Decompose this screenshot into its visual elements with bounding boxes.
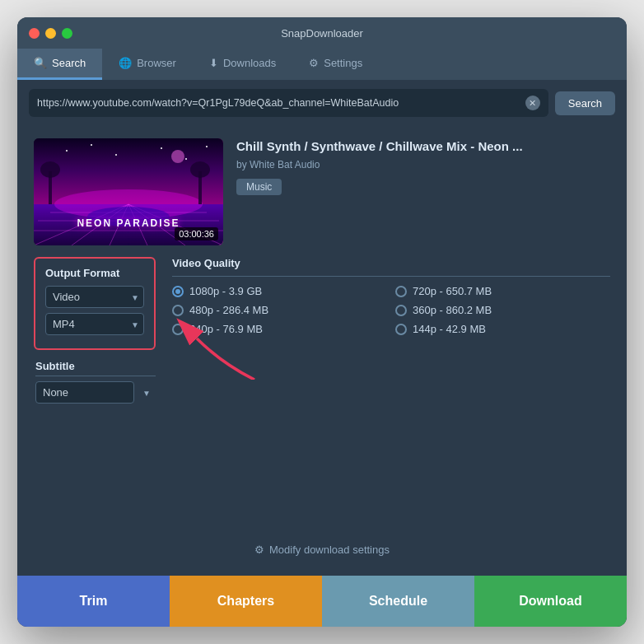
- clear-url-button[interactable]: ✕: [525, 96, 540, 110]
- svg-point-20: [161, 147, 162, 149]
- svg-point-23: [171, 150, 184, 163]
- chapters-button[interactable]: Chapters: [170, 576, 322, 627]
- svg-point-21: [185, 158, 187, 160]
- gear-icon: ⚙: [254, 544, 264, 556]
- quality-option-360p[interactable]: 360p - 860.2 MB: [395, 304, 610, 316]
- subtitle-select-arrow-icon: ▼: [142, 388, 151, 397]
- quality-option-144p[interactable]: 144p - 42.9 MB: [395, 323, 610, 335]
- browser-tab-icon: 🌐: [119, 57, 132, 69]
- main-content: NEON PARADISE 03:00:36 Chill Synth / Syn…: [17, 125, 627, 576]
- close-button[interactable]: [29, 28, 40, 39]
- app-window: SnapDownloader 🔍 Search 🌐 Browser ⬇ Down…: [17, 17, 627, 627]
- bottom-bar: Trim Chapters Schedule Download: [17, 576, 627, 627]
- subtitle-select-wrap: None English Spanish French ▼: [35, 381, 156, 404]
- settings-tab-icon: ⚙: [309, 57, 319, 69]
- svg-point-15: [190, 161, 210, 178]
- video-title: Chill Synth / Synthwave / Chillwave Mix …: [236, 138, 610, 155]
- tab-downloads[interactable]: ⬇ Downloads: [193, 49, 292, 80]
- radio-144p: [395, 324, 407, 335]
- video-author: by White Bat Audio: [236, 159, 610, 170]
- download-button[interactable]: Download: [474, 576, 627, 627]
- settings-tab-label: Settings: [324, 57, 362, 69]
- downloads-tab-icon: ⬇: [209, 57, 218, 69]
- radio-720p: [395, 286, 407, 297]
- traffic-lights: [29, 28, 72, 39]
- maximize-button[interactable]: [62, 28, 72, 39]
- radio-1080p-inner: [175, 289, 180, 294]
- subtitle-label: Subtitle: [35, 360, 156, 372]
- output-format-label: Output Format: [45, 267, 144, 279]
- container-select[interactable]: MP4 MKV AVI MOV WebM: [45, 313, 144, 335]
- trim-button[interactable]: Trim: [17, 576, 170, 627]
- quality-option-720p[interactable]: 720p - 650.7 MB: [395, 285, 610, 297]
- video-tag: Music: [236, 179, 282, 195]
- svg-point-13: [40, 161, 60, 178]
- downloads-tab-label: Downloads: [223, 57, 276, 69]
- video-duration: 03:00:36: [175, 227, 218, 240]
- format-select[interactable]: Video Audio Both: [45, 286, 144, 308]
- red-arrow-annotation: [172, 314, 304, 380]
- search-bar-area: ✕ Search: [17, 81, 627, 125]
- modify-settings[interactable]: ⚙ Modify download settings: [34, 537, 610, 562]
- video-thumbnail: NEON PARADISE 03:00:36: [34, 138, 223, 245]
- quality-option-1080p[interactable]: 1080p - 3.9 GB: [172, 285, 387, 297]
- quality-label: Video Quality: [172, 257, 610, 269]
- minimize-button[interactable]: [45, 28, 56, 39]
- quality-label-720p: 720p - 650.7 MB: [413, 285, 492, 297]
- search-tab-icon: 🔍: [34, 57, 47, 69]
- nav-tabs: 🔍 Search 🌐 Browser ⬇ Downloads ⚙ Setting…: [17, 49, 627, 81]
- radio-360p: [395, 305, 407, 316]
- search-tab-label: Search: [52, 57, 86, 69]
- schedule-button[interactable]: Schedule: [322, 576, 474, 627]
- modify-settings-label: Modify download settings: [269, 544, 390, 556]
- tab-settings[interactable]: ⚙ Settings: [292, 49, 379, 80]
- tab-browser[interactable]: 🌐 Browser: [102, 49, 193, 80]
- annotation-area: [172, 338, 610, 404]
- output-format-box: Output Format Video Audio Both ▼ MP4 MKV: [34, 257, 156, 350]
- titlebar: SnapDownloader: [17, 17, 627, 49]
- tab-search[interactable]: 🔍 Search: [17, 49, 102, 80]
- format-select-wrap: Video Audio Both ▼: [45, 286, 144, 308]
- quality-section: Video Quality 1080p - 3.9 GB 720p - 650.…: [172, 257, 610, 404]
- svg-point-18: [91, 144, 92, 146]
- quality-label-360p: 360p - 860.2 MB: [413, 304, 492, 316]
- spacer: [34, 420, 610, 525]
- subtitle-section: Subtitle None English Spanish French ▼: [34, 360, 156, 408]
- search-button[interactable]: Search: [555, 91, 615, 115]
- svg-point-17: [66, 150, 68, 152]
- quality-label-144p: 144p - 42.9 MB: [413, 323, 486, 335]
- thumbnail-title-text: NEON PARADISE: [77, 217, 180, 229]
- browser-tab-label: Browser: [137, 57, 176, 69]
- video-meta: Chill Synth / Synthwave / Chillwave Mix …: [236, 138, 610, 195]
- subtitle-divider: [35, 376, 156, 376]
- svg-point-22: [206, 146, 208, 147]
- quality-divider: [172, 276, 610, 277]
- container-select-wrap: MP4 MKV AVI MOV WebM ▼: [45, 313, 144, 335]
- url-input-wrap: ✕: [29, 89, 548, 117]
- svg-point-19: [115, 154, 117, 156]
- video-info-row: NEON PARADISE 03:00:36 Chill Synth / Syn…: [34, 138, 610, 245]
- subtitle-select[interactable]: None English Spanish French: [35, 381, 134, 404]
- options-section: Output Format Video Audio Both ▼ MP4 MKV: [34, 257, 610, 408]
- quality-label-1080p: 1080p - 3.9 GB: [189, 285, 262, 297]
- window-title: SnapDownloader: [281, 27, 363, 40]
- radio-1080p: [172, 286, 184, 297]
- url-input[interactable]: [37, 97, 525, 109]
